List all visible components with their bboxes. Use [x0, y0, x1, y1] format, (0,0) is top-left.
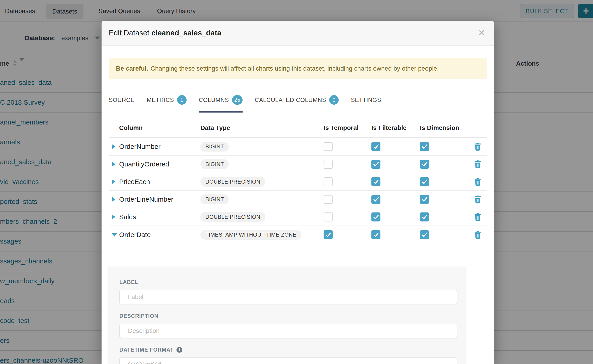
is-temporal-checkbox[interactable] [323, 142, 333, 151]
expand-caret-icon[interactable] [109, 179, 119, 184]
is-filterable-checkbox[interactable] [371, 230, 381, 239]
trash-icon[interactable] [474, 212, 482, 221]
column-row: QuantityOrdered BIGINT [109, 156, 487, 173]
datatype-pill: BIGINT [200, 195, 229, 204]
is-temporal-header: Is Temporal [323, 124, 371, 131]
column-name: QuantityOrdered [119, 160, 200, 168]
column-name: OrderLineNumber [119, 195, 200, 203]
datetime-format-field-label: DATETIME FORMAT [119, 347, 457, 353]
modal-tab[interactable]: SOURCE [109, 88, 134, 112]
is-filterable-checkbox[interactable] [371, 142, 381, 151]
datatype-pill: DOUBLE PRECISION [200, 177, 265, 187]
trash-icon[interactable] [474, 160, 482, 169]
modal-dataset-name: cleaned_sales_data [152, 29, 221, 37]
modal-tab[interactable]: METRICS 1 [147, 88, 187, 112]
modal-header: Edit Dataset cleaned_sales_data ✕ [102, 21, 494, 46]
is-temporal-checkbox[interactable] [323, 160, 333, 169]
column-detail-panel: LABEL DESCRIPTION DATETIME FORMAT [108, 266, 466, 364]
modal-tab[interactable]: CALCULATED COLUMNS 0 [255, 88, 339, 112]
is-dimension-checkbox[interactable] [420, 195, 429, 204]
modal-tab[interactable]: COLUMNS 25 [199, 88, 243, 112]
count-badge: 0 [329, 95, 339, 105]
warning-bold: Be careful. [116, 65, 148, 72]
datatype-pill: BIGINT [200, 159, 229, 169]
is-dimension-checkbox[interactable] [420, 142, 429, 151]
trash-icon[interactable] [474, 142, 482, 151]
page: Databases Datasets Saved Queries Query H… [0, 0, 593, 364]
is-dimension-checkbox[interactable] [420, 230, 429, 239]
is-dimension-checkbox[interactable] [420, 160, 429, 169]
is-filterable-checkbox[interactable] [371, 160, 381, 169]
column-name: Sales [119, 213, 200, 221]
datatype-header: Data Type [200, 124, 323, 131]
trash-icon[interactable] [474, 195, 482, 204]
edit-dataset-modal: Edit Dataset cleaned_sales_data ✕ Be car… [102, 21, 494, 364]
is-filterable-checkbox[interactable] [371, 212, 381, 221]
modal-title-prefix: Edit Dataset [109, 29, 149, 37]
is-dimension-header: Is Dimension [420, 124, 468, 131]
column-row: OrderNumber BIGINT [109, 138, 487, 156]
count-badge: 1 [177, 95, 187, 105]
column-header: Column [119, 124, 200, 131]
column-name: PriceEach [119, 178, 200, 186]
column-row: Sales DOUBLE PRECISION [109, 208, 487, 226]
is-filterable-header: Is Filterable [371, 124, 420, 131]
is-temporal-checkbox[interactable] [323, 195, 333, 204]
datatype-pill: BIGINT [200, 142, 229, 152]
expand-caret-icon[interactable] [109, 162, 119, 167]
is-filterable-checkbox[interactable] [371, 195, 381, 204]
expand-caret-icon[interactable] [109, 214, 119, 220]
description-field-label: DESCRIPTION [119, 313, 457, 319]
columns-table-header: Column Data Type Is Temporal Is Filterab… [109, 119, 487, 137]
description-input[interactable] [119, 324, 457, 338]
label-field-label: LABEL [119, 279, 457, 285]
expand-caret-icon[interactable] [109, 233, 119, 237]
column-name: OrderDate [119, 231, 200, 239]
datatype-pill: TIMESTAMP WITHOUT TIME ZONE [200, 230, 302, 240]
column-row: OrderDate TIMESTAMP WITHOUT TIME ZONE [109, 226, 487, 244]
close-icon[interactable]: ✕ [478, 29, 485, 37]
is-dimension-checkbox[interactable] [420, 177, 429, 186]
is-dimension-checkbox[interactable] [420, 212, 429, 221]
warning-banner: Be careful. Changing these settings will… [109, 58, 487, 79]
trash-icon[interactable] [474, 177, 482, 186]
column-row: PriceEach DOUBLE PRECISION [109, 173, 487, 191]
info-icon[interactable] [176, 347, 183, 353]
modal-title: Edit Dataset cleaned_sales_data [109, 29, 221, 37]
label-input[interactable] [119, 290, 457, 304]
trash-icon[interactable] [474, 230, 482, 239]
modal-tab[interactable]: SETTINGS [351, 88, 381, 112]
columns-table-rows: OrderNumber BIGINT QuantityOrdered BIGIN… [109, 138, 487, 244]
is-temporal-checkbox[interactable] [323, 177, 333, 186]
count-badge: 25 [232, 95, 243, 105]
is-temporal-checkbox[interactable] [323, 212, 333, 221]
datatype-pill: DOUBLE PRECISION [200, 212, 265, 222]
is-temporal-checkbox[interactable] [323, 230, 333, 239]
expand-caret-icon[interactable] [109, 144, 119, 149]
column-name: OrderNumber [119, 143, 200, 150]
is-filterable-checkbox[interactable] [371, 177, 381, 186]
modal-tabs: SOURCE METRICS 1 COLUMNS 25 CALCULATED C… [109, 88, 487, 112]
expand-caret-icon[interactable] [109, 197, 119, 202]
datetime-format-input[interactable] [119, 358, 457, 364]
warning-text: Changing these settings will affect all … [151, 65, 439, 72]
column-row: OrderLineNumber BIGINT [109, 191, 487, 208]
